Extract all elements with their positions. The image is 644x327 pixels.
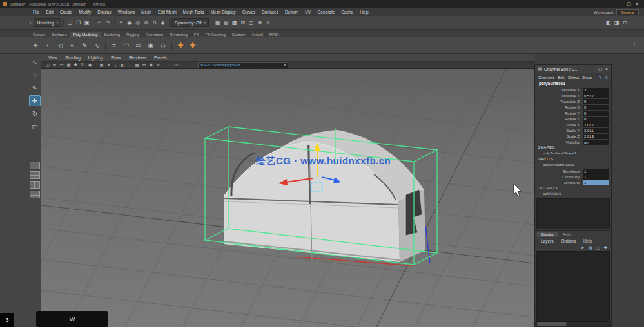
save-scene-button[interactable]: ▣ [83,19,91,27]
snap-to-grid-icon[interactable]: ⌖ [117,19,125,27]
menu-edit-mesh[interactable]: Edit Mesh [155,10,180,14]
channel-value-field[interactable]: 0 [583,105,609,110]
output-node-name[interactable]: polyUnite1 [535,191,611,197]
layer-tab-anim[interactable]: Anim [559,232,576,237]
pencil-curve-tool-icon[interactable]: « [66,40,78,51]
channel-value-field[interactable]: 0.577 [583,93,609,98]
window-minimize-button[interactable]: — [616,2,625,6]
ipr-render-icon[interactable]: ▩ [230,19,239,27]
channel-value-field-selected[interactable]: 1 [583,180,609,185]
layout-single-pane-button[interactable] [30,162,40,169]
menu-mesh[interactable]: Mesh [138,10,155,14]
attach-curve-icon[interactable]: ◠ [121,40,132,51]
shelf-tab-curves[interactable]: Curves [30,32,48,37]
window-maximize-button[interactable]: ▢ [625,1,633,6]
film-gate-icon[interactable]: ☀ [105,62,112,68]
viewport-selection-combo[interactable]: BJFS1:9dfxfhwyqr5038 ▾ [198,62,288,68]
shelf-tab-fx-caching[interactable]: FX Caching [202,32,228,37]
gate-mask-icon[interactable]: ◧ [119,62,126,68]
channel-value-field[interactable]: 1 [583,174,609,180]
channel-box-menu-show[interactable]: Show [581,75,593,79]
shelf-overflow-menu-icon[interactable]: ⋮ [629,40,640,51]
new-layer-icon[interactable]: ◫ [595,245,601,250]
detach-curve-icon[interactable]: ▭ [133,40,144,51]
scale-tool-button[interactable]: ◱ [29,121,41,132]
arc-tool-icon[interactable]: ∿ [91,40,102,51]
channel-value-field[interactable]: 0 [583,111,609,116]
channel-value-field[interactable]: 1 [583,169,609,174]
panel-menu-renderer[interactable]: Renderer [126,55,150,60]
channel-value-field[interactable]: 0 [583,117,609,122]
viewport-canvas[interactable] [41,69,535,327]
snap-together-icon[interactable]: ◈ [159,19,167,27]
channel-box-maximize-button[interactable]: ▢ [597,66,603,71]
channel-value-field[interactable]: 2.011 [583,128,609,133]
sidebar-modeling-toolkit-toggle[interactable]: ☰ [629,19,638,27]
menu-file[interactable]: File [30,10,43,14]
safe-action-icon[interactable]: ▩ [133,62,141,68]
sidebar-channel-box-toggle[interactable]: ⊟ [621,19,629,27]
new-scene-button[interactable]: ❏ [66,19,74,27]
menu-uv[interactable]: UV [302,10,314,14]
move-tool-button[interactable]: ✚ [29,95,41,106]
bookmark-icon[interactable]: ▦ [65,62,72,68]
manipulator-mode-icon[interactable]: ✎ [598,75,603,80]
render-setup-icon[interactable]: ≣ [255,19,264,27]
panel-menu-panels[interactable]: Panels [151,55,170,60]
speed-mode-icon[interactable]: ≡ [604,75,609,80]
channel-box-close-button[interactable]: ✕ [603,66,610,71]
field-chart-icon[interactable]: ▫ [126,62,133,68]
shelf-tab-animation[interactable]: Animation [142,32,166,37]
light-editor-icon[interactable]: ☀ [264,19,272,27]
menu-mesh-tools[interactable]: Mesh Tools [180,10,208,14]
paint-select-tool-button[interactable]: ✎ [29,82,41,93]
layer-list[interactable] [536,251,610,322]
channel-box-minimize-button[interactable]: — [590,67,597,71]
layout-two-pane-side-button[interactable] [30,181,40,189]
layer-menu-options[interactable]: Options [558,239,579,243]
shelf-tab-sculpting[interactable]: Sculpting [101,32,123,37]
channel-value-field[interactable]: 3 [583,88,609,93]
empty-layer-icon[interactable]: ▤ [587,245,593,250]
shelf-tab-rigging[interactable]: Rigging [123,32,142,37]
menu-surfaces[interactable]: Surfaces [259,10,282,14]
window-close-button[interactable]: ✕ [633,1,641,6]
insert-knot-icon[interactable]: ◉ [145,40,157,51]
menu-set-dropdown[interactable]: Modeling ▾ [34,18,61,27]
shelf-tab-rendering[interactable]: Rendering [166,32,191,37]
redo-button[interactable]: ↷ [104,19,112,27]
snap-to-plane-icon[interactable]: ⊕ [142,19,150,27]
channel-value-field[interactable]: 2.017 [583,122,609,127]
image-plane-icon[interactable]: ✚ [72,62,79,68]
textured-icon[interactable]: ≋ [155,62,162,68]
shelf-tab-surfaces[interactable]: Surfaces [48,32,70,37]
render-settings-icon[interactable]: ⊞ [239,19,247,27]
two-d-pan-zoom-icon[interactable]: ↻ [79,62,86,68]
gate-ratio-chip[interactable]: GST [171,63,181,67]
oversampling-icon[interactable]: ◉ [86,62,93,68]
panel-menu-lighting[interactable]: Lighting [85,55,106,60]
undo-button[interactable]: ↶ [95,19,104,27]
add-to-shelf-icon[interactable]: ✚ [175,40,186,51]
layer-menu-help[interactable]: Help [580,239,595,243]
symmetry-dropdown[interactable]: Symmetry: Off ▾ [171,18,209,27]
make-live-icon[interactable]: ⊙ [150,19,159,27]
layer-menu-layers[interactable]: Layers [538,239,557,243]
grid-toggle-icon[interactable]: ▣ [98,62,105,68]
sidebar-tool-settings-toggle[interactable]: ◨ [612,19,621,27]
safe-title-icon[interactable]: ⊕ [141,62,148,68]
statusline-collapse-icon[interactable]: ‹ [27,19,34,26]
snap-to-point-icon[interactable]: ◎ [133,19,142,27]
gate-chip[interactable]: C [166,63,171,67]
resolution-gate-icon[interactable]: ◐ [112,62,119,68]
menu-curves[interactable]: Curves [239,10,259,14]
layout-pane-with-outliner-button[interactable] [30,191,40,198]
channel-value-field[interactable]: 0 [583,99,609,104]
menu-windows[interactable]: Windows [115,10,138,14]
menu-help[interactable]: Help [356,10,371,14]
treasure-chest-model[interactable] [224,130,425,262]
shelf-tab-poly-modeling[interactable]: Poly Modeling [70,32,101,37]
channel-box-menu-object[interactable]: Object [567,75,580,79]
select-camera-icon[interactable]: ◫ [44,62,51,68]
freehand-curve-icon[interactable]: ✎ [79,40,90,51]
